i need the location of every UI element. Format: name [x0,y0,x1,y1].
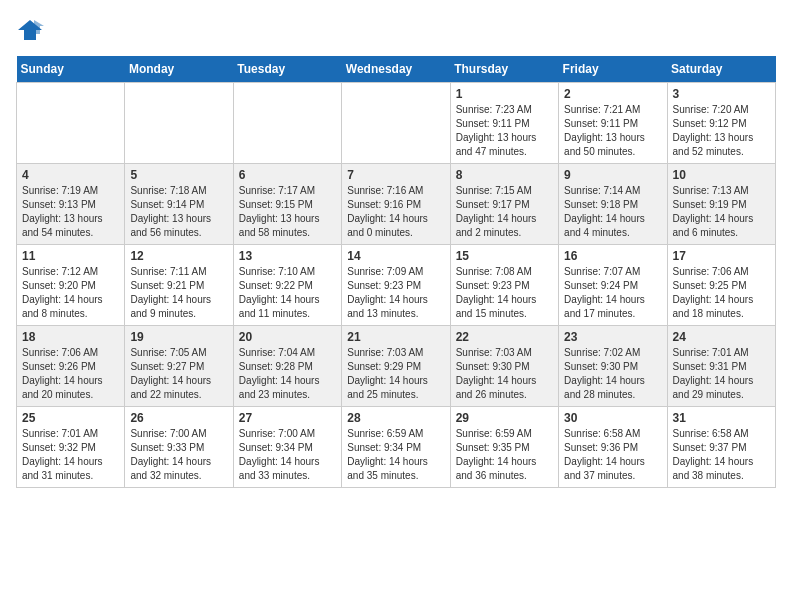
calendar-cell: 3Sunrise: 7:20 AM Sunset: 9:12 PM Daylig… [667,83,775,164]
calendar-cell: 24Sunrise: 7:01 AM Sunset: 9:31 PM Dayli… [667,326,775,407]
day-number: 20 [239,330,336,344]
day-info: Sunrise: 6:59 AM Sunset: 9:34 PM Dayligh… [347,427,444,483]
calendar-cell [125,83,233,164]
calendar-cell: 28Sunrise: 6:59 AM Sunset: 9:34 PM Dayli… [342,407,450,488]
calendar-cell [17,83,125,164]
day-info: Sunrise: 6:58 AM Sunset: 9:37 PM Dayligh… [673,427,770,483]
calendar-cell: 21Sunrise: 7:03 AM Sunset: 9:29 PM Dayli… [342,326,450,407]
week-row-3: 11Sunrise: 7:12 AM Sunset: 9:20 PM Dayli… [17,245,776,326]
weekday-header-thursday: Thursday [450,56,558,83]
page-header [16,16,776,44]
day-number: 8 [456,168,553,182]
day-number: 6 [239,168,336,182]
week-row-5: 25Sunrise: 7:01 AM Sunset: 9:32 PM Dayli… [17,407,776,488]
day-info: Sunrise: 7:05 AM Sunset: 9:27 PM Dayligh… [130,346,227,402]
calendar-cell: 4Sunrise: 7:19 AM Sunset: 9:13 PM Daylig… [17,164,125,245]
calendar-cell: 9Sunrise: 7:14 AM Sunset: 9:18 PM Daylig… [559,164,667,245]
day-number: 27 [239,411,336,425]
day-info: Sunrise: 7:06 AM Sunset: 9:26 PM Dayligh… [22,346,119,402]
day-info: Sunrise: 7:04 AM Sunset: 9:28 PM Dayligh… [239,346,336,402]
calendar-cell: 29Sunrise: 6:59 AM Sunset: 9:35 PM Dayli… [450,407,558,488]
calendar-cell: 6Sunrise: 7:17 AM Sunset: 9:15 PM Daylig… [233,164,341,245]
day-number: 17 [673,249,770,263]
day-number: 31 [673,411,770,425]
calendar-cell: 30Sunrise: 6:58 AM Sunset: 9:36 PM Dayli… [559,407,667,488]
day-info: Sunrise: 6:59 AM Sunset: 9:35 PM Dayligh… [456,427,553,483]
calendar-cell: 8Sunrise: 7:15 AM Sunset: 9:17 PM Daylig… [450,164,558,245]
day-number: 29 [456,411,553,425]
calendar-cell: 26Sunrise: 7:00 AM Sunset: 9:33 PM Dayli… [125,407,233,488]
weekday-header-saturday: Saturday [667,56,775,83]
calendar-cell: 20Sunrise: 7:04 AM Sunset: 9:28 PM Dayli… [233,326,341,407]
week-row-4: 18Sunrise: 7:06 AM Sunset: 9:26 PM Dayli… [17,326,776,407]
day-number: 14 [347,249,444,263]
calendar-cell: 31Sunrise: 6:58 AM Sunset: 9:37 PM Dayli… [667,407,775,488]
day-number: 5 [130,168,227,182]
calendar-cell: 11Sunrise: 7:12 AM Sunset: 9:20 PM Dayli… [17,245,125,326]
calendar-cell: 14Sunrise: 7:09 AM Sunset: 9:23 PM Dayli… [342,245,450,326]
day-number: 1 [456,87,553,101]
day-number: 4 [22,168,119,182]
day-info: Sunrise: 7:15 AM Sunset: 9:17 PM Dayligh… [456,184,553,240]
day-number: 19 [130,330,227,344]
calendar-cell: 1Sunrise: 7:23 AM Sunset: 9:11 PM Daylig… [450,83,558,164]
day-number: 21 [347,330,444,344]
calendar-cell: 15Sunrise: 7:08 AM Sunset: 9:23 PM Dayli… [450,245,558,326]
calendar-cell: 25Sunrise: 7:01 AM Sunset: 9:32 PM Dayli… [17,407,125,488]
day-info: Sunrise: 7:21 AM Sunset: 9:11 PM Dayligh… [564,103,661,159]
calendar-cell: 13Sunrise: 7:10 AM Sunset: 9:22 PM Dayli… [233,245,341,326]
day-info: Sunrise: 7:02 AM Sunset: 9:30 PM Dayligh… [564,346,661,402]
calendar-cell: 7Sunrise: 7:16 AM Sunset: 9:16 PM Daylig… [342,164,450,245]
day-info: Sunrise: 7:17 AM Sunset: 9:15 PM Dayligh… [239,184,336,240]
day-number: 10 [673,168,770,182]
day-info: Sunrise: 7:14 AM Sunset: 9:18 PM Dayligh… [564,184,661,240]
calendar-cell: 17Sunrise: 7:06 AM Sunset: 9:25 PM Dayli… [667,245,775,326]
day-info: Sunrise: 7:00 AM Sunset: 9:33 PM Dayligh… [130,427,227,483]
day-number: 2 [564,87,661,101]
day-info: Sunrise: 7:13 AM Sunset: 9:19 PM Dayligh… [673,184,770,240]
weekday-header-tuesday: Tuesday [233,56,341,83]
calendar-cell: 16Sunrise: 7:07 AM Sunset: 9:24 PM Dayli… [559,245,667,326]
day-number: 13 [239,249,336,263]
day-number: 15 [456,249,553,263]
calendar-cell: 19Sunrise: 7:05 AM Sunset: 9:27 PM Dayli… [125,326,233,407]
day-number: 24 [673,330,770,344]
day-info: Sunrise: 7:01 AM Sunset: 9:32 PM Dayligh… [22,427,119,483]
day-info: Sunrise: 7:06 AM Sunset: 9:25 PM Dayligh… [673,265,770,321]
day-info: Sunrise: 7:07 AM Sunset: 9:24 PM Dayligh… [564,265,661,321]
day-number: 30 [564,411,661,425]
day-number: 23 [564,330,661,344]
weekday-header-monday: Monday [125,56,233,83]
day-info: Sunrise: 7:10 AM Sunset: 9:22 PM Dayligh… [239,265,336,321]
calendar-cell: 10Sunrise: 7:13 AM Sunset: 9:19 PM Dayli… [667,164,775,245]
generalblue-logo-icon [16,16,44,44]
day-info: Sunrise: 6:58 AM Sunset: 9:36 PM Dayligh… [564,427,661,483]
day-number: 7 [347,168,444,182]
day-number: 22 [456,330,553,344]
calendar-cell: 23Sunrise: 7:02 AM Sunset: 9:30 PM Dayli… [559,326,667,407]
day-info: Sunrise: 7:08 AM Sunset: 9:23 PM Dayligh… [456,265,553,321]
calendar-cell: 22Sunrise: 7:03 AM Sunset: 9:30 PM Dayli… [450,326,558,407]
day-info: Sunrise: 7:23 AM Sunset: 9:11 PM Dayligh… [456,103,553,159]
logo [16,16,48,44]
day-number: 11 [22,249,119,263]
svg-marker-2 [34,20,44,34]
day-info: Sunrise: 7:12 AM Sunset: 9:20 PM Dayligh… [22,265,119,321]
calendar-cell: 2Sunrise: 7:21 AM Sunset: 9:11 PM Daylig… [559,83,667,164]
calendar-cell: 5Sunrise: 7:18 AM Sunset: 9:14 PM Daylig… [125,164,233,245]
calendar-cell [342,83,450,164]
day-number: 9 [564,168,661,182]
calendar-cell: 12Sunrise: 7:11 AM Sunset: 9:21 PM Dayli… [125,245,233,326]
day-number: 18 [22,330,119,344]
day-number: 26 [130,411,227,425]
day-info: Sunrise: 7:00 AM Sunset: 9:34 PM Dayligh… [239,427,336,483]
day-info: Sunrise: 7:19 AM Sunset: 9:13 PM Dayligh… [22,184,119,240]
day-number: 25 [22,411,119,425]
day-info: Sunrise: 7:11 AM Sunset: 9:21 PM Dayligh… [130,265,227,321]
day-info: Sunrise: 7:09 AM Sunset: 9:23 PM Dayligh… [347,265,444,321]
day-info: Sunrise: 7:03 AM Sunset: 9:30 PM Dayligh… [456,346,553,402]
calendar-cell: 27Sunrise: 7:00 AM Sunset: 9:34 PM Dayli… [233,407,341,488]
calendar-table: SundayMondayTuesdayWednesdayThursdayFrid… [16,56,776,488]
weekday-header-sunday: Sunday [17,56,125,83]
day-number: 28 [347,411,444,425]
